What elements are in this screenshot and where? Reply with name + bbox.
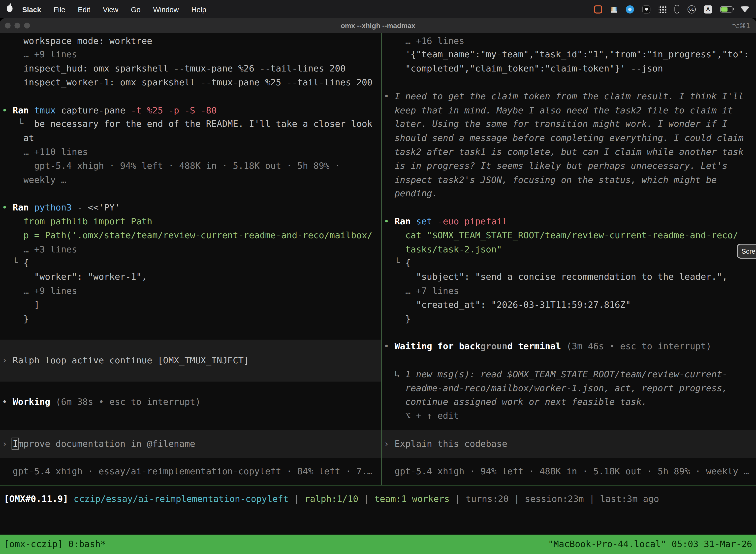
terminal-line <box>2 368 381 382</box>
terminal-line: keep that in mind. Maybe I also need the… <box>384 104 756 117</box>
terminal-line <box>2 382 381 395</box>
terminal-line: } <box>384 312 756 326</box>
wifi-icon[interactable] <box>741 6 749 12</box>
terminal-line: • Ran python3 - <<'PY' <box>2 201 381 215</box>
right-pane-lines: … +16 lines '{"team_name":"my-team","tas… <box>384 34 756 479</box>
close-button[interactable] <box>5 22 10 28</box>
apps-grid-icon[interactable] <box>658 5 666 13</box>
terminal-line: readme-and-reco/mailbox/worker-1.json, a… <box>384 382 756 395</box>
terminal-line: at <box>2 131 381 145</box>
menu-item-help[interactable]: Help <box>191 5 206 13</box>
menu-item-edit[interactable]: Edit <box>78 5 90 13</box>
terminal-line: [OMX#0.11.9] cczip/essay/ai-reimplementa… <box>4 492 756 506</box>
window-shortcut-hint: ⌥⌘1 <box>732 21 750 29</box>
screen-notification[interactable]: Scre <box>737 244 756 259</box>
terminal-line <box>384 76 756 90</box>
terminal-line <box>384 451 756 465</box>
terminal-line: ↳ 1 new msg(s): read $OMX_TEAM_STATE_ROO… <box>384 368 756 382</box>
terminal-line: "worker": "worker-1", <box>2 270 381 284</box>
terminal-line <box>384 201 756 215</box>
apple-menu[interactable] <box>7 5 12 13</box>
terminal-line: gpt-5.4 xhigh · essay/ai-reimplementatio… <box>2 465 381 479</box>
tmux-session-label[interactable]: [omx-cczip] 0:bash* <box>4 537 106 551</box>
traffic-lights <box>5 22 30 28</box>
terminal-line: … +7 lines <box>384 284 756 298</box>
menu-item-go[interactable]: Go <box>131 5 141 13</box>
terminal-line: inspect_hud: omx sparkshell --tmux-pane … <box>2 62 381 76</box>
terminal-line: is in progress? It seems likely but perh… <box>384 159 756 173</box>
terminal-line: › Ralph loop active continue [OMX_TMUX_I… <box>2 354 381 368</box>
menu-item-window[interactable]: Window <box>153 5 179 13</box>
terminal-line: • Ran set -euo pipefail <box>384 215 756 229</box>
menu-item-file[interactable]: File <box>54 5 65 13</box>
pill-app-icon[interactable] <box>674 5 679 13</box>
apple-logo-icon <box>7 5 12 12</box>
app-menu-title[interactable]: Slack <box>22 5 41 13</box>
window-title: omx --xhigh --madmax <box>0 21 756 29</box>
terminal-line <box>2 326 381 340</box>
terminal-line: workspace_mode: worktree <box>2 34 381 48</box>
terminal-line: › Improve documentation in @filename <box>2 437 381 451</box>
menu-item-view[interactable]: View <box>103 5 119 13</box>
right-terminal-pane[interactable]: … +16 lines '{"team_name":"my-team","tas… <box>382 33 756 485</box>
terminal-line: ⌥ + ↑ edit <box>384 409 756 423</box>
title-bar: omx --xhigh --madmax ⌥⌘1 <box>0 18 756 33</box>
terminal-line: … +9 lines <box>2 48 381 62</box>
terminal-line: tasks/task-2.json" <box>384 242 756 257</box>
terminal-line: … +3 lines <box>2 242 381 257</box>
terminal-line: task2 after task1 is complete, but can I… <box>384 145 756 159</box>
terminal-line: pending. <box>384 187 756 201</box>
terminal-line: p = Path('.omx/state/team/review-current… <box>2 229 381 242</box>
notification-text: Scre <box>742 247 756 255</box>
terminal-window: omx --xhigh --madmax ⌥⌘1 workspace_mode:… <box>0 18 756 554</box>
terminal-line <box>384 354 756 368</box>
tmux-status-bar: [omx-cczip] 0:bash* "MacBook-Pro-44.loca… <box>0 535 756 554</box>
zoom-button[interactable] <box>24 22 30 28</box>
terminal-line: "completed","claim_token":"claim-token"}… <box>384 62 756 76</box>
terminal-line: later. Using the same for transition mig… <box>384 117 756 131</box>
desktop: Slack File Edit View Go Window Help ▦ 61… <box>0 0 756 554</box>
pane-divider[interactable] <box>381 33 382 485</box>
battery-fill <box>721 7 728 11</box>
terminal-line <box>384 326 756 340</box>
terminal-line: gpt-5.4 xhigh · 94% left · 488K in · 5.1… <box>2 159 381 173</box>
terminal-line <box>2 90 381 104</box>
terminal-line: "subject": "send a concise recommendatio… <box>384 270 756 284</box>
terminal-line: } <box>2 312 381 326</box>
terminal-line <box>2 451 381 465</box>
terminal-content: workspace_mode: worktree … +9 lines insp… <box>0 33 756 485</box>
blue-app-icon[interactable] <box>626 5 634 13</box>
terminal-line: › Explain this codebase <box>384 437 756 451</box>
terminal-line: cat "$OMX_TEAM_STATE_ROOT/team/review-cu… <box>384 229 756 242</box>
battery-percent-badge[interactable]: 61 <box>688 5 696 13</box>
terminal-line: inspect_worker-1: omx sparkshell --tmux-… <box>2 76 381 90</box>
terminal-line: from pathlib import Path <box>2 215 381 229</box>
terminal-line <box>2 423 381 437</box>
omx-status-line: [OMX#0.11.9] cczip/essay/ai-reimplementa… <box>0 486 756 506</box>
terminal-line: • Waiting for background terminal (3m 46… <box>384 340 756 354</box>
window-grid-icon[interactable]: ▦ <box>611 5 618 13</box>
terminal-line: should send a message before completing … <box>384 131 756 145</box>
left-pane-lines: workspace_mode: worktree … +9 lines insp… <box>2 34 381 479</box>
terminal-line: "created_at": "2026-03-31T11:59:27.816Z" <box>384 298 756 312</box>
terminal-line: gpt-5.4 xhigh · 94% left · 488K in · 5.1… <box>384 465 756 479</box>
terminal-line: ] <box>2 298 381 312</box>
left-terminal-pane[interactable]: workspace_mode: worktree … +9 lines insp… <box>0 33 381 485</box>
terminal-line: … +110 lines <box>2 145 381 159</box>
terminal-line: • I need to get the claim token from the… <box>384 90 756 104</box>
terminal-line <box>384 423 756 437</box>
terminal-line: … +9 lines <box>2 284 381 298</box>
terminal-line: '{"team_name":"my-team","task_id":"1","f… <box>384 48 756 62</box>
terminal-line: └ { <box>384 257 756 270</box>
terminal-line: └ { <box>2 257 381 270</box>
terminal-line <box>2 340 381 354</box>
tmux-host-clock-label: "MacBook-Pro-44.local" 05:03 31-Mar-26 <box>548 537 752 551</box>
terminal-line: weekly … <box>2 173 381 187</box>
screen-recording-icon[interactable] <box>594 5 602 13</box>
menu-bar-status-icons: ▦ 61 A <box>594 5 749 13</box>
dark-app-icon[interactable] <box>642 5 650 13</box>
terminal-line <box>2 187 381 201</box>
battery-icon[interactable] <box>720 6 733 12</box>
minimize-button[interactable] <box>14 22 20 28</box>
input-source-icon[interactable]: A <box>704 5 712 13</box>
